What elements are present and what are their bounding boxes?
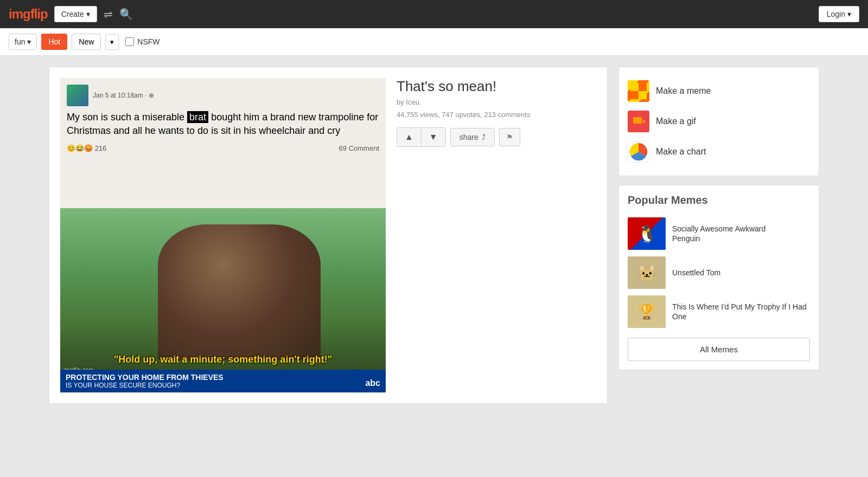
video-ticker-sub: IS YOUR HOUSE SECURE ENOUGH? [66, 382, 380, 389]
login-arrow-icon: ▾ [847, 10, 851, 18]
downvote-icon: ▼ [429, 132, 438, 141]
flag-button[interactable]: ⚑ [499, 128, 520, 146]
fun-dropdown[interactable]: fun ▾ [9, 34, 37, 50]
post-title: That's so mean! [397, 78, 596, 95]
share-button[interactable]: share ⤴ [450, 128, 495, 146]
post-card: Jan 5 at 10:18am · ⊕ My son is such a mi… [49, 67, 608, 404]
meme-name-saap: Socially Awesome AwkwardPenguin [672, 224, 765, 243]
fb-text-pre: My son is such a miserable [67, 112, 187, 123]
post-author: by Iceu. [397, 98, 596, 106]
meme-name-trophy: This Is Where I'd Put My Trophy If I Had… [672, 302, 810, 321]
video-ticker: PROTECTING YOUR HOME FROM THIEVES IS YOU… [60, 370, 386, 392]
sort-arrow-button[interactable]: ▾ [105, 34, 119, 50]
popular-memes-title: Popular Memes [628, 194, 810, 207]
make-meme-icon [628, 80, 649, 102]
fb-comments: 69 Comment [339, 144, 379, 152]
make-chart-item[interactable]: Make a chart [628, 137, 810, 167]
meme-name-tom: Unsettled Tom [672, 268, 720, 278]
meme-thumb-saap [628, 217, 666, 250]
fb-footer: 😊😂😡 216 69 Comment [67, 144, 379, 152]
video-caption: "Hold up, wait a minute; something ain't… [60, 354, 386, 365]
video-person [158, 224, 321, 360]
hot-filter-button[interactable]: Hot [41, 34, 67, 50]
login-button[interactable]: Login ▾ [819, 6, 859, 22]
downvote-button[interactable]: ▼ [422, 128, 445, 146]
shuffle-icon[interactable]: ⇌ [104, 8, 113, 21]
fb-header: Jan 5 at 10:18am · ⊕ [67, 85, 379, 106]
sidebar: Make a meme Make a gif [618, 67, 819, 404]
post-stats: 44,755 views, 747 upvotes, 213 comments [397, 111, 596, 119]
make-chart-icon [628, 141, 649, 163]
fb-avatar [67, 85, 88, 106]
nsfw-label: NSFW [137, 37, 159, 46]
fun-dropdown-arrow: ▾ [27, 37, 31, 46]
content-area: Jan 5 at 10:18am · ⊕ My son is such a mi… [49, 67, 608, 404]
meme-item-trophy[interactable]: This Is Where I'd Put My Trophy If I Had… [628, 292, 810, 331]
make-chart-label: Make a chart [656, 147, 706, 157]
video-mock: "Hold up, wait a minute; something ain't… [60, 208, 386, 392]
header-right: Login ▾ [819, 6, 859, 22]
logo[interactable]: imgflip [9, 7, 48, 22]
fb-post-mock: Jan 5 at 10:18am · ⊕ My son is such a mi… [60, 78, 386, 208]
video-abc-logo: abc [365, 378, 380, 388]
make-tools-card: Make a meme Make a gif [618, 67, 819, 176]
make-gif-label: Make a gif [656, 117, 696, 126]
svg-rect-0 [630, 83, 639, 91]
meme-item-tom[interactable]: Unsettled Tom [628, 253, 810, 292]
emoji-reactions: 😊😂😡 [67, 144, 95, 152]
logo-part2: flip [30, 7, 48, 21]
post-info: That's so mean! by Iceu. 44,755 views, 7… [397, 78, 596, 392]
upvote-button[interactable]: ▲ [397, 128, 422, 146]
fb-timestamp: Jan 5 at 10:18am · ⊕ [93, 92, 154, 99]
fb-reactions: 😊😂😡 216 [67, 144, 106, 152]
all-memes-button[interactable]: All Memes [628, 338, 810, 361]
meme-thumb-trophy [628, 295, 666, 328]
main-container: Jan 5 at 10:18am · ⊕ My son is such a mi… [38, 67, 830, 404]
search-icon[interactable]: 🔍 [119, 8, 133, 21]
make-gif-icon [628, 111, 649, 132]
logo-area: imgflip Create ▾ ⇌ 🔍 [9, 6, 133, 22]
video-ticker-top: PROTECTING YOUR HOME FROM THIEVES [66, 373, 380, 382]
svg-rect-3 [639, 91, 647, 99]
fb-text: My son is such a miserable brat bought h… [67, 111, 379, 138]
create-arrow-icon: ▾ [86, 10, 90, 18]
svg-rect-4 [633, 117, 642, 124]
post-actions: ▲ ▼ share ⤴ ⚑ [397, 127, 596, 147]
post-image-area: Jan 5 at 10:18am · ⊕ My son is such a mi… [60, 78, 386, 392]
upvote-icon: ▲ [405, 132, 413, 141]
new-filter-button[interactable]: New [72, 34, 101, 50]
logo-part1: img [9, 7, 30, 21]
post-image: Jan 5 at 10:18am · ⊕ My son is such a mi… [60, 78, 386, 392]
nsfw-area: NSFW [125, 37, 159, 46]
make-meme-item[interactable]: Make a meme [628, 76, 810, 106]
popular-memes-card: Popular Memes Socially Awesome AwkwardPe… [618, 185, 819, 370]
vote-group: ▲ ▼ [397, 127, 446, 147]
share-icon: ⤴ [482, 133, 486, 141]
filter-bar: fun ▾ Hot New ▾ NSFW [0, 28, 868, 56]
make-gif-item[interactable]: Make a gif [628, 106, 810, 137]
flag-icon: ⚑ [506, 133, 513, 141]
nsfw-checkbox[interactable] [125, 37, 134, 46]
meme-thumb-tom [628, 256, 666, 289]
svg-rect-1 [639, 83, 647, 91]
create-button[interactable]: Create ▾ [54, 6, 97, 22]
header: imgflip Create ▾ ⇌ 🔍 Login ▾ [0, 0, 868, 28]
make-meme-label: Make a meme [656, 86, 711, 96]
fb-brat: brat [187, 111, 208, 123]
svg-marker-5 [643, 119, 645, 124]
svg-rect-2 [630, 91, 639, 99]
share-label: share [459, 133, 478, 141]
meme-item-saap[interactable]: Socially Awesome AwkwardPenguin [628, 214, 810, 253]
